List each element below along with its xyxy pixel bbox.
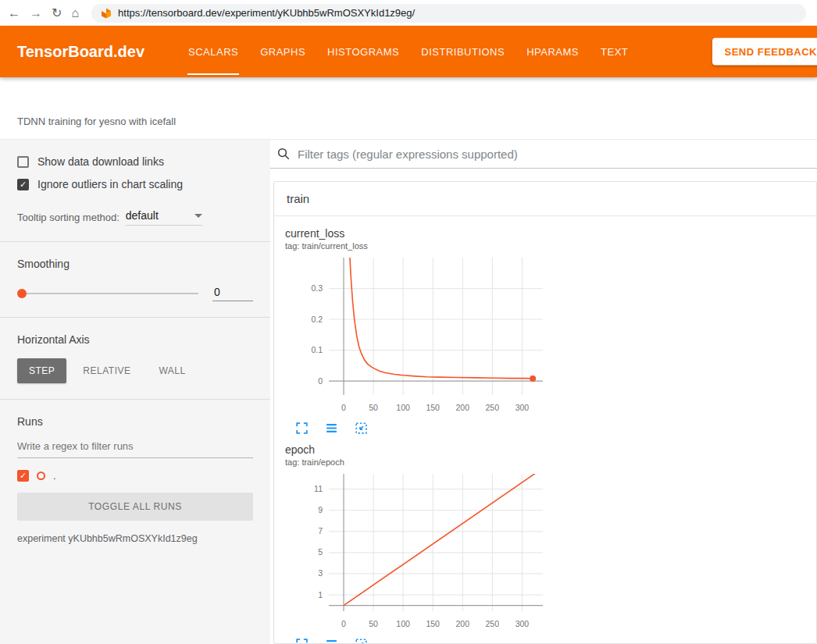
horizontal-axis-label: Horizontal Axis [17, 333, 253, 346]
chart-title: current_loss [285, 227, 549, 240]
svg-text:300: 300 [516, 403, 530, 412]
svg-text:1: 1 [318, 590, 323, 600]
fit-domain-icon[interactable] [354, 420, 369, 436]
train-group-header[interactable]: train [274, 182, 816, 216]
chart-actions [285, 420, 549, 436]
expand-chart-icon[interactable] [294, 420, 310, 436]
svg-text:5: 5 [318, 547, 323, 557]
tooltip-sorting-label: Tooltip sorting method: [17, 212, 120, 226]
tag-filter-input[interactable] [298, 148, 811, 161]
svg-text:11: 11 [314, 484, 323, 493]
runs-label: Runs [17, 415, 253, 428]
expand-chart-icon[interactable] [294, 636, 310, 643]
brand-logo: TensorBoard.dev [17, 43, 144, 61]
chart-card-current-loss: current_loss tag: train/current_loss 050… [285, 227, 549, 436]
show-download-links-row[interactable]: Show data download links [17, 155, 253, 168]
charts-grid: current_loss tag: train/current_loss 050… [274, 216, 816, 643]
epoch-chart[interactable]: 0501001502002503001357911 [285, 469, 549, 633]
settings-sidebar: Show data download links Ignore outliers… [0, 140, 270, 644]
svg-text:0: 0 [318, 376, 323, 386]
chevron-down-icon [194, 214, 202, 218]
show-download-links-checkbox[interactable] [17, 156, 29, 168]
browser-toolbar: ← → ↻ ⌂ https://tensorboard.dev/experime… [0, 0, 817, 26]
svg-text:150: 150 [426, 403, 440, 412]
forward-icon[interactable]: → [30, 7, 42, 20]
tab-graphs[interactable]: GRAPHS [249, 26, 316, 77]
tag-filter-row [270, 140, 817, 169]
runs-filter-input[interactable] [17, 437, 253, 458]
svg-text:9: 9 [318, 505, 323, 514]
address-bar[interactable]: https://tensorboard.dev/experiment/yKUbh… [91, 4, 806, 23]
experiment-description-bar: TDNN training for yesno with icefall [0, 77, 817, 139]
run-row[interactable]: . [17, 470, 253, 482]
experiment-id-label: experiment yKUbhb5wRmOSXYkId1z9eg [17, 533, 253, 544]
svg-text:100: 100 [396, 619, 410, 628]
tab-histograms[interactable]: HISTOGRAMS [316, 26, 410, 77]
current-loss-chart[interactable]: 05010015020025030000.10.20.3 [285, 253, 549, 417]
home-icon[interactable]: ⌂ [71, 7, 79, 20]
tab-scalars[interactable]: SCALARS [177, 26, 249, 77]
divider [0, 317, 270, 318]
train-group-card: train current_loss tag: train/current_lo… [273, 181, 817, 644]
send-feedback-button[interactable]: SEND FEEDBACK [712, 38, 817, 66]
chart-card-epoch: epoch tag: train/epoch 05010015020025030… [285, 443, 549, 643]
chart-tag: tag: train/epoch [285, 457, 549, 467]
smoothing-slider-thumb[interactable] [17, 289, 27, 298]
ignore-outliers-row[interactable]: Ignore outliers in chart scaling [17, 178, 253, 190]
svg-text:0: 0 [341, 403, 346, 412]
svg-text:0.2: 0.2 [311, 315, 323, 324]
tooltip-sorting-select[interactable]: default [126, 209, 202, 226]
divider [0, 399, 270, 400]
scalars-main: train current_loss tag: train/current_lo… [270, 140, 817, 644]
tab-distributions[interactable]: DISTRIBUTIONS [410, 26, 516, 77]
app-header: TensorBoard.dev SCALARS GRAPHS HISTOGRAM… [0, 26, 817, 77]
axis-relative-button[interactable]: RELATIVE [71, 358, 142, 383]
back-icon[interactable]: ← [8, 7, 20, 20]
axis-step-button[interactable]: STEP [17, 358, 66, 383]
view-data-icon[interactable] [324, 636, 340, 643]
tooltip-sorting-value: default [126, 209, 159, 222]
chart-actions [285, 636, 549, 643]
tab-text[interactable]: TEXT [590, 26, 639, 77]
tensorboard-page: ← → ↻ ⌂ https://tensorboard.dev/experime… [0, 0, 817, 644]
nav-tabs: SCALARS GRAPHS HISTOGRAMS DISTRIBUTIONS … [177, 26, 639, 77]
ignore-outliers-label: Ignore outliers in chart scaling [37, 178, 183, 190]
search-icon [276, 147, 291, 161]
svg-text:3: 3 [318, 568, 323, 578]
svg-text:50: 50 [369, 619, 378, 628]
chart-tag: tag: train/current_loss [285, 241, 549, 251]
smoothing-value-input[interactable]: 0 [212, 286, 253, 301]
run-checkbox[interactable] [17, 470, 29, 482]
fit-domain-icon[interactable] [354, 636, 369, 643]
svg-text:100: 100 [396, 403, 410, 412]
url-text: https://tensorboard.dev/experiment/yKUbh… [118, 7, 415, 19]
smoothing-slider[interactable] [17, 293, 198, 294]
run-name: . [53, 470, 56, 482]
tensorboard-favicon [101, 8, 112, 19]
svg-text:250: 250 [486, 403, 500, 412]
view-data-icon[interactable] [324, 420, 340, 436]
svg-text:0.3: 0.3 [311, 283, 323, 293]
svg-text:7: 7 [318, 526, 323, 535]
axis-wall-button[interactable]: WALL [147, 358, 197, 383]
divider [0, 241, 270, 242]
reload-icon[interactable]: ↻ [52, 7, 62, 20]
chart-title: epoch [285, 443, 549, 456]
ignore-outliers-checkbox[interactable] [17, 179, 29, 190]
svg-text:50: 50 [369, 403, 378, 412]
toggle-all-runs-button[interactable]: TOGGLE ALL RUNS [17, 493, 253, 521]
smoothing-label: Smoothing [17, 258, 253, 270]
horizontal-axis-buttons: STEP RELATIVE WALL [17, 358, 253, 383]
svg-text:250: 250 [486, 619, 500, 628]
show-download-links-label: Show data download links [37, 155, 164, 168]
tooltip-sorting-row: Tooltip sorting method: default [17, 209, 253, 226]
experiment-description: TDNN training for yesno with icefall [17, 116, 176, 127]
content-area: Show data download links Ignore outliers… [0, 139, 817, 644]
svg-text:200: 200 [456, 619, 470, 628]
smoothing-slider-row: 0 [17, 286, 253, 301]
svg-text:0.1: 0.1 [311, 345, 323, 354]
svg-text:150: 150 [426, 619, 440, 628]
svg-text:200: 200 [456, 403, 470, 412]
run-color-swatch [37, 471, 45, 480]
tab-hparams[interactable]: HPARAMS [516, 26, 590, 77]
